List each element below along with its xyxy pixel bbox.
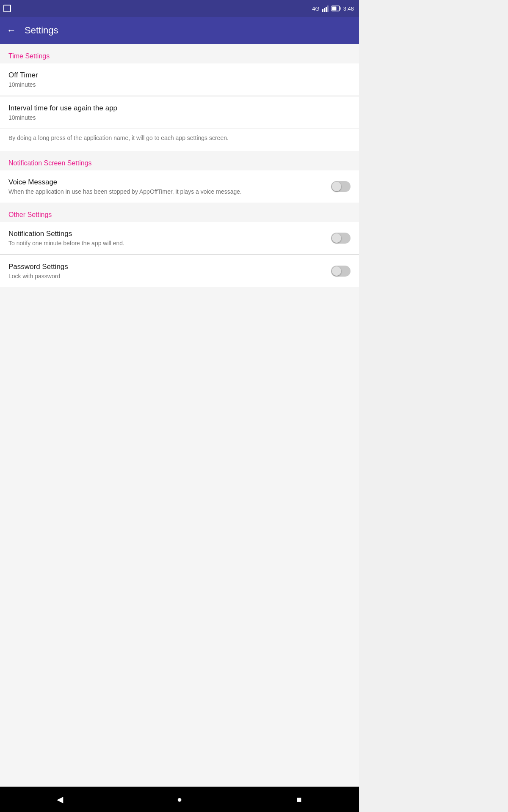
notification-settings-subtitle: To notify one minute before the app will… <box>8 240 324 247</box>
voice-message-title: Voice Message <box>8 178 324 187</box>
off-timer-item[interactable]: Off Timer 10minutes <box>0 63 359 96</box>
voice-message-item[interactable]: Voice Message When the application in us… <box>0 170 359 203</box>
section-header-notification: Notification Screen Settings <box>0 151 359 170</box>
svg-rect-2 <box>326 7 327 12</box>
notification-settings-item[interactable]: Notification Settings To notify one minu… <box>0 222 359 255</box>
password-settings-text: Password Settings Lock with password <box>8 263 331 280</box>
password-settings-item[interactable]: Password Settings Lock with password <box>0 255 359 287</box>
signal-indicator: 4G <box>312 5 319 12</box>
interval-time-hint: By doing a long press of the application… <box>0 129 359 151</box>
nav-bar: ◀ ● ■ <box>0 787 359 812</box>
battery-icon <box>331 5 341 11</box>
other-settings-group: Notification Settings To notify one minu… <box>0 222 359 287</box>
svg-rect-5 <box>340 7 340 10</box>
notification-settings-title: Notification Settings <box>8 230 324 238</box>
svg-rect-6 <box>332 7 336 11</box>
nav-recent-button[interactable]: ■ <box>291 791 308 808</box>
settings-content: Time Settings Off Timer 10minutes Interv… <box>0 44 359 787</box>
section-header-other: Other Settings <box>0 203 359 222</box>
interval-time-subtitle: 10minutes <box>8 114 36 121</box>
voice-message-text: Voice Message When the application in us… <box>8 178 331 195</box>
status-bar-right: 4G 3:48 <box>312 5 354 12</box>
nav-back-button[interactable]: ◀ <box>51 791 68 808</box>
voice-message-subtitle: When the application in use has been sto… <box>8 188 324 195</box>
interval-time-item[interactable]: Interval time for use again the app 10mi… <box>0 96 359 129</box>
app-bar: ← Settings <box>0 17 359 44</box>
section-header-time: Time Settings <box>0 44 359 63</box>
notification-settings-toggle[interactable] <box>331 233 351 244</box>
notification-screen-settings-group: Voice Message When the application in us… <box>0 170 359 203</box>
status-bar-left <box>3 5 11 12</box>
page-title: Settings <box>25 25 58 36</box>
back-button[interactable]: ← <box>7 26 16 35</box>
signal-bars-icon <box>322 5 329 12</box>
interval-time-title: Interval time for use again the app <box>8 104 117 112</box>
sd-card-icon <box>3 5 11 12</box>
off-timer-subtitle: 10minutes <box>8 81 344 88</box>
voice-message-toggle[interactable] <box>331 181 351 192</box>
time-settings-group: Off Timer 10minutes Interval time for us… <box>0 63 359 151</box>
svg-rect-0 <box>322 9 323 12</box>
password-settings-subtitle: Lock with password <box>8 273 324 280</box>
off-timer-title: Off Timer <box>8 71 344 80</box>
status-bar: 4G 3:48 <box>0 0 359 17</box>
svg-rect-3 <box>327 5 329 12</box>
nav-home-button[interactable]: ● <box>171 791 188 808</box>
time-display: 3:48 <box>343 5 354 12</box>
notification-settings-text: Notification Settings To notify one minu… <box>8 230 331 247</box>
password-settings-toggle[interactable] <box>331 266 351 277</box>
svg-rect-1 <box>324 8 325 12</box>
off-timer-text: Off Timer 10minutes <box>8 71 351 88</box>
password-settings-title: Password Settings <box>8 263 324 271</box>
